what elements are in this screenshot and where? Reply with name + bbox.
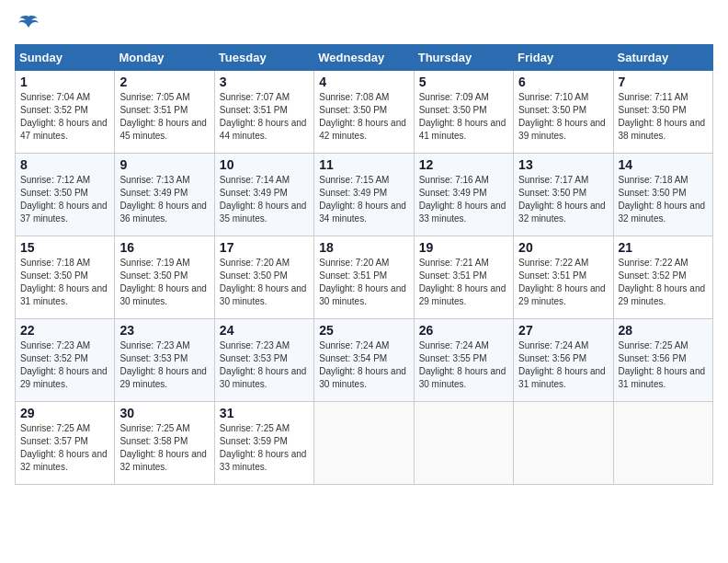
cell-info: Sunrise: 7:18 AM Sunset: 3:50 PM Dayligh… [619,174,708,225]
day-number: 3 [220,75,309,89]
calendar-cell: 19Sunrise: 7:21 AM Sunset: 3:51 PM Dayli… [414,236,513,319]
day-number: 30 [119,406,209,420]
calendar-cell: 25Sunrise: 7:24 AM Sunset: 3:54 PM Dayli… [314,319,414,402]
cell-info: Sunrise: 7:20 AM Sunset: 3:50 PM Dayligh… [220,257,309,308]
calendar-cell [414,402,513,485]
week-row: 8Sunrise: 7:12 AM Sunset: 3:50 PM Daylig… [16,154,713,236]
calendar-cell: 6Sunrise: 7:10 AM Sunset: 3:50 PM Daylig… [514,71,613,154]
calendar-cell: 14Sunrise: 7:18 AM Sunset: 3:50 PM Dayli… [613,154,712,236]
day-number: 13 [518,157,608,172]
day-number: 8 [20,157,109,172]
cell-info: Sunrise: 7:18 AM Sunset: 3:50 PM Dayligh… [20,257,109,308]
calendar-cell: 27Sunrise: 7:24 AM Sunset: 3:56 PM Dayli… [514,319,613,402]
day-number: 10 [220,157,309,172]
day-number: 21 [619,240,708,255]
week-row: 1Sunrise: 7:04 AM Sunset: 3:52 PM Daylig… [16,71,713,154]
column-header-saturday: Saturday [613,45,712,71]
calendar-cell: 10Sunrise: 7:14 AM Sunset: 3:49 PM Dayli… [214,154,313,236]
column-header-friday: Friday [514,45,613,71]
day-number: 19 [419,240,508,255]
day-number: 18 [319,240,408,255]
cell-info: Sunrise: 7:21 AM Sunset: 3:51 PM Dayligh… [419,257,508,308]
calendar-cell [314,402,414,485]
calendar-cell: 1Sunrise: 7:04 AM Sunset: 3:52 PM Daylig… [16,71,115,154]
day-number: 15 [20,240,109,255]
day-number: 1 [20,75,109,89]
calendar-cell: 3Sunrise: 7:07 AM Sunset: 3:51 PM Daylig… [214,71,313,154]
calendar-cell [613,402,712,485]
cell-info: Sunrise: 7:22 AM Sunset: 3:51 PM Dayligh… [518,257,608,308]
logo [15,15,42,33]
calendar-cell: 16Sunrise: 7:19 AM Sunset: 3:50 PM Dayli… [115,236,214,319]
calendar-cell: 20Sunrise: 7:22 AM Sunset: 3:51 PM Dayli… [514,236,613,319]
cell-info: Sunrise: 7:25 AM Sunset: 3:59 PM Dayligh… [220,422,309,474]
calendar-cell: 31Sunrise: 7:25 AM Sunset: 3:59 PM Dayli… [214,402,313,485]
week-row: 29Sunrise: 7:25 AM Sunset: 3:57 PM Dayli… [16,402,713,485]
week-row: 15Sunrise: 7:18 AM Sunset: 3:50 PM Dayli… [16,236,713,319]
day-number: 11 [319,157,408,172]
cell-info: Sunrise: 7:09 AM Sunset: 3:50 PM Dayligh… [419,91,508,143]
day-number: 5 [419,75,508,89]
day-number: 24 [220,323,309,338]
day-number: 9 [119,157,209,172]
column-header-tuesday: Tuesday [214,45,313,71]
day-number: 4 [319,75,408,89]
day-number: 25 [319,323,408,338]
cell-info: Sunrise: 7:13 AM Sunset: 3:49 PM Dayligh… [119,174,209,225]
day-number: 22 [20,323,109,338]
calendar-cell: 28Sunrise: 7:25 AM Sunset: 3:56 PM Dayli… [613,319,712,402]
cell-info: Sunrise: 7:25 AM Sunset: 3:56 PM Dayligh… [619,339,708,391]
cell-info: Sunrise: 7:19 AM Sunset: 3:50 PM Dayligh… [119,257,209,308]
calendar-cell: 11Sunrise: 7:15 AM Sunset: 3:49 PM Dayli… [314,154,414,236]
cell-info: Sunrise: 7:04 AM Sunset: 3:52 PM Dayligh… [20,91,109,143]
cell-info: Sunrise: 7:22 AM Sunset: 3:52 PM Dayligh… [619,257,708,308]
logo-text [15,15,42,33]
calendar-cell: 17Sunrise: 7:20 AM Sunset: 3:50 PM Dayli… [214,236,313,319]
calendar-cell: 30Sunrise: 7:25 AM Sunset: 3:58 PM Dayli… [115,402,214,485]
day-number: 16 [119,240,209,255]
cell-info: Sunrise: 7:23 AM Sunset: 3:52 PM Dayligh… [20,339,109,391]
calendar-cell: 2Sunrise: 7:05 AM Sunset: 3:51 PM Daylig… [115,71,214,154]
calendar-cell: 13Sunrise: 7:17 AM Sunset: 3:50 PM Dayli… [514,154,613,236]
calendar-cell: 8Sunrise: 7:12 AM Sunset: 3:50 PM Daylig… [16,154,115,236]
day-number: 23 [119,323,209,338]
day-number: 26 [419,323,508,338]
day-number: 6 [518,75,608,89]
calendar-cell: 9Sunrise: 7:13 AM Sunset: 3:49 PM Daylig… [115,154,214,236]
cell-info: Sunrise: 7:24 AM Sunset: 3:54 PM Dayligh… [319,339,408,391]
day-number: 31 [220,406,309,420]
calendar-cell: 4Sunrise: 7:08 AM Sunset: 3:50 PM Daylig… [314,71,414,154]
cell-info: Sunrise: 7:23 AM Sunset: 3:53 PM Dayligh… [119,339,209,391]
logo-bird-icon [17,15,40,33]
cell-info: Sunrise: 7:11 AM Sunset: 3:50 PM Dayligh… [619,91,708,143]
cell-info: Sunrise: 7:12 AM Sunset: 3:50 PM Dayligh… [20,174,109,225]
day-number: 12 [419,157,508,172]
day-number: 29 [20,406,109,420]
cell-info: Sunrise: 7:23 AM Sunset: 3:53 PM Dayligh… [220,339,309,391]
cell-info: Sunrise: 7:07 AM Sunset: 3:51 PM Dayligh… [220,91,309,143]
column-header-wednesday: Wednesday [314,45,414,71]
day-number: 7 [619,75,708,89]
calendar-cell: 26Sunrise: 7:24 AM Sunset: 3:55 PM Dayli… [414,319,513,402]
day-number: 2 [119,75,209,89]
column-header-thursday: Thursday [414,45,513,71]
calendar-cell: 24Sunrise: 7:23 AM Sunset: 3:53 PM Dayli… [214,319,313,402]
calendar-cell: 29Sunrise: 7:25 AM Sunset: 3:57 PM Dayli… [16,402,115,485]
column-header-sunday: Sunday [16,45,115,71]
calendar-cell: 21Sunrise: 7:22 AM Sunset: 3:52 PM Dayli… [613,236,712,319]
cell-info: Sunrise: 7:17 AM Sunset: 3:50 PM Dayligh… [518,174,608,225]
calendar-cell [514,402,613,485]
day-number: 28 [619,323,708,338]
calendar: SundayMondayTuesdayWednesdayThursdayFrid… [15,44,713,485]
column-header-monday: Monday [115,45,214,71]
week-row: 22Sunrise: 7:23 AM Sunset: 3:52 PM Dayli… [16,319,713,402]
calendar-cell: 18Sunrise: 7:20 AM Sunset: 3:51 PM Dayli… [314,236,414,319]
calendar-cell: 15Sunrise: 7:18 AM Sunset: 3:50 PM Dayli… [16,236,115,319]
calendar-cell: 7Sunrise: 7:11 AM Sunset: 3:50 PM Daylig… [613,71,712,154]
day-number: 20 [518,240,608,255]
cell-info: Sunrise: 7:10 AM Sunset: 3:50 PM Dayligh… [518,91,608,143]
cell-info: Sunrise: 7:25 AM Sunset: 3:57 PM Dayligh… [20,422,109,474]
calendar-cell: 5Sunrise: 7:09 AM Sunset: 3:50 PM Daylig… [414,71,513,154]
cell-info: Sunrise: 7:14 AM Sunset: 3:49 PM Dayligh… [220,174,309,225]
cell-info: Sunrise: 7:24 AM Sunset: 3:56 PM Dayligh… [518,339,608,391]
